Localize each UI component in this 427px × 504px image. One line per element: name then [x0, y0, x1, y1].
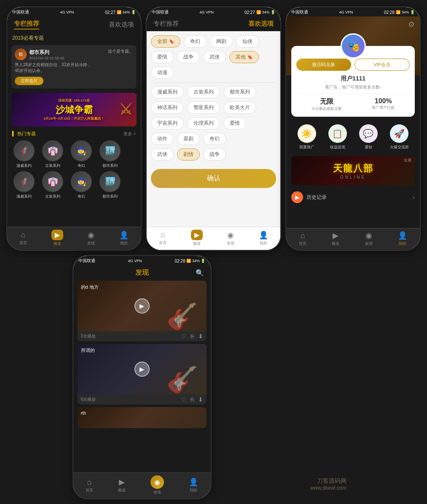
tag-myth[interactable]: 神话系列 — [151, 102, 184, 114]
download-icon-2[interactable]: ⬇ — [198, 396, 203, 403]
game-ad-banner[interactable]: 天龍八部 ONLINE 金庸 — [291, 156, 415, 185]
tag-marvel[interactable]: 漫威系列 — [151, 86, 184, 98]
hot-item-5[interactable]: 👘 古装系列 — [40, 171, 65, 199]
search-icon[interactable]: 🔍 — [196, 269, 204, 277]
play-button-1[interactable]: ▶ — [134, 298, 150, 314]
vip-member-button[interactable]: VIP会员 — [354, 59, 410, 71]
tag-fantasy[interactable]: 奇幻 — [184, 35, 207, 48]
nav-home-1[interactable]: ⌂ 首页 — [19, 231, 27, 246]
home-icon-1: ⌂ — [21, 231, 25, 239]
p3-nav-home[interactable]: ⌂ 首页 — [299, 231, 306, 247]
tag-action[interactable]: 动作 — [151, 133, 174, 145]
tag-war[interactable]: 战争 — [177, 51, 200, 63]
tag-romance2-label: 爱情 — [230, 120, 240, 127]
tag-xianxia[interactable]: 仙侠 — [236, 35, 259, 48]
nav-channel-1[interactable]: ▶ 频道 — [51, 230, 63, 247]
earnings-item[interactable]: 📋 收益提现 — [328, 124, 347, 150]
tag-romance[interactable]: 爱情 — [151, 51, 174, 63]
hot-icons-row1: 🦸 漫威系列 👘 古装系列 🧙 奇幻 🏙️ 都市系列 — [7, 139, 141, 170]
tag-ancient-label: 古装系列 — [193, 88, 214, 96]
confirm-button[interactable]: 确认 — [151, 169, 276, 188]
tag-comedy[interactable]: 喜剧 — [177, 133, 200, 145]
p4-nav-discover[interactable]: ◉ 发现 — [150, 475, 164, 495]
like-icon-1[interactable]: ♡ — [181, 333, 186, 340]
tag-romance2[interactable]: 爱情 — [223, 117, 246, 129]
avatar-icon: 🎭 — [346, 40, 360, 53]
tag-webdrama[interactable]: 网剧 — [210, 35, 233, 48]
p3-nav-channel[interactable]: ▶ 频道 — [332, 231, 339, 247]
promote-item[interactable]: ☀️ 我要推广 — [298, 124, 316, 150]
tab-column-p2[interactable]: 专栏推荐 — [153, 20, 179, 28]
divider1 — [151, 82, 276, 83]
hot-item-4[interactable]: 🦸 漫威系列 — [11, 171, 37, 199]
tag-space[interactable]: 宇宙系列 — [151, 117, 184, 129]
hot-item-3[interactable]: 🏙️ 都市系列 — [97, 140, 123, 169]
home-label-1: 首页 — [19, 240, 27, 246]
download-icon-1[interactable]: ⬇ — [198, 333, 203, 340]
nav-mine-1[interactable]: 👤 我的 — [119, 231, 129, 246]
share-icon-1[interactable]: ⎘ — [191, 333, 194, 340]
hot-icon-circle-4: 🦸 — [13, 171, 35, 192]
notify-item[interactable]: 💬 通知 — [359, 124, 378, 150]
tag-comedy-label: 喜剧 — [183, 135, 193, 142]
p3-nav-mine[interactable]: 👤 我的 — [398, 231, 407, 247]
history-icon: ▶ — [291, 191, 303, 203]
hot-item-0[interactable]: 🦸 漫威系列 — [11, 140, 37, 169]
hot-item-2[interactable]: 🧙 奇幻 — [69, 140, 94, 169]
phone2-battery: 📶 34% 🔋 — [256, 10, 275, 14]
tag-anime[interactable]: 动漫 — [151, 67, 174, 79]
p2-nav-mine[interactable]: 👤 我的 — [259, 231, 268, 246]
hot-item-6[interactable]: 🧙 奇幻 — [69, 171, 94, 199]
p4-nav-channel[interactable]: ▶ 频道 — [118, 477, 126, 493]
tab-favorites-p2[interactable]: 喜欢选项 — [248, 20, 274, 28]
game-banner[interactable]: 活动充值: 155-173后 沙城争霸 8月28号~9月19日！开启万人跨服鏖战… — [11, 93, 137, 126]
card-avatar-row: 都 都市系列 2019-06-29 01:58:46 — [15, 48, 94, 60]
tab-column-recommend[interactable]: 专栏推荐 — [14, 20, 39, 29]
tag-wuxia[interactable]: 武侠 — [203, 51, 226, 63]
history-left: ▶ 历史记录 — [291, 191, 327, 203]
like-icon-2[interactable]: ♡ — [181, 396, 186, 403]
share-icon-2[interactable]: ⎘ — [191, 396, 194, 403]
phone3-time: 02:28 — [384, 10, 395, 15]
p3-channel-label: 频道 — [332, 241, 339, 247]
group-item[interactable]: 🚀 火爆交流群 — [390, 124, 409, 150]
tag-western[interactable]: 欧美大片 — [223, 102, 256, 114]
tag-wuxia2[interactable]: 武侠 — [151, 148, 174, 161]
tag-all[interactable]: 全部 🔖 — [151, 35, 180, 48]
p2-nav-channel[interactable]: ▶ 频道 — [191, 230, 203, 247]
nav-discover-1[interactable]: ◉ 发现 — [87, 231, 95, 246]
p2-channel-label: 频道 — [193, 241, 201, 247]
tags-row-1: 全部 🔖 奇幻 网剧 仙侠 — [151, 35, 276, 48]
tab-favorites[interactable]: 喜欢选项 — [109, 21, 134, 29]
tag-city[interactable]: 都市系列 — [223, 86, 256, 98]
tag-drama[interactable]: 剧情 — [177, 148, 200, 161]
play-button-2[interactable]: ▶ — [134, 362, 150, 377]
watermark-line1: 刀客源码网 — [224, 477, 346, 485]
more-link[interactable]: 更多 > — [124, 131, 136, 137]
tag-war2[interactable]: 战争 — [203, 148, 226, 161]
tag-other[interactable]: 其他 🔖 — [229, 51, 259, 63]
tag-detective[interactable]: 警匪系列 — [187, 102, 220, 114]
phone2-network: 4G VPN — [199, 10, 213, 14]
phone3-network: 4G VPN — [339, 10, 353, 14]
phone2-header: 专栏推荐 喜欢选项 — [147, 16, 280, 31]
settings-icon[interactable]: ⚙ — [408, 20, 415, 29]
watch-now-button[interactable]: 立即选片 — [15, 77, 43, 85]
p2-nav-discover[interactable]: ◉ 发现 — [227, 231, 234, 246]
p4-channel-icon: ▶ — [119, 477, 125, 487]
discover-title: 发现 — [89, 268, 196, 277]
tag-fantasy2[interactable]: 奇幻 — [203, 133, 226, 145]
section-2019: 2019必看专题 — [7, 33, 141, 43]
p4-nav-home[interactable]: ⌂ 首页 — [86, 478, 93, 493]
notify-icon-circle: 💬 — [359, 124, 378, 143]
p4-nav-mine[interactable]: 👤 我的 — [189, 477, 198, 493]
hot-item-1[interactable]: 👘 古装系列 — [40, 140, 65, 169]
tag-ethics[interactable]: 伦理系列 — [187, 117, 220, 129]
tag-ancient[interactable]: 古装系列 — [187, 86, 220, 98]
p3-nav-discover[interactable]: ◉ 发现 — [365, 231, 373, 247]
history-section[interactable]: ▶ 历史记录 › — [286, 187, 420, 207]
hot-item-7[interactable]: 🏙️ 都市系列 — [97, 171, 123, 199]
p2-nav-home[interactable]: ⌂ 首页 — [159, 231, 167, 246]
activate-code-button[interactable]: 激活码兑换 — [296, 59, 351, 71]
p3-mine-icon: 👤 — [398, 231, 407, 240]
